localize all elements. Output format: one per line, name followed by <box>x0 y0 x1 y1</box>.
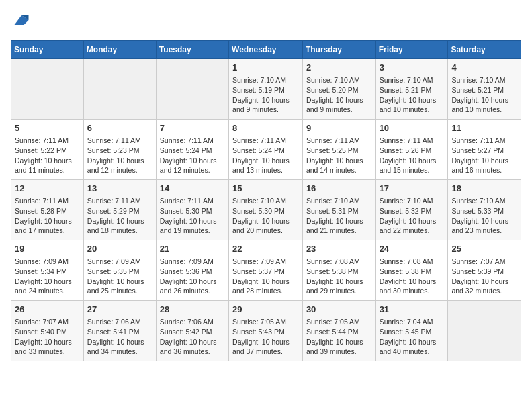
calendar-cell <box>11 59 84 120</box>
day-info: Sunset: 5:23 PM <box>87 146 152 156</box>
day-info: and 23 minutes. <box>451 226 517 236</box>
day-info: and 39 minutes. <box>306 347 372 357</box>
day-header-friday: Friday <box>375 41 448 59</box>
day-info: Sunrise: 7:06 AM <box>87 317 152 327</box>
day-info: and 15 minutes. <box>380 165 445 175</box>
calendar-cell: 13Sunrise: 7:11 AMSunset: 5:29 PMDayligh… <box>83 180 156 240</box>
day-info: Sunset: 5:24 PM <box>232 146 299 156</box>
day-info: Daylight: 10 hours <box>87 277 152 287</box>
calendar-cell: 25Sunrise: 7:07 AMSunset: 5:39 PMDayligh… <box>448 240 521 301</box>
day-info: Sunset: 5:27 PM <box>451 146 517 156</box>
day-info: and 25 minutes. <box>87 286 152 296</box>
day-info: Sunrise: 7:09 AM <box>87 257 152 267</box>
calendar-cell: 9Sunrise: 7:11 AMSunset: 5:25 PMDaylight… <box>302 120 375 180</box>
day-info: Daylight: 10 hours <box>451 95 517 105</box>
day-info: Sunrise: 7:07 AM <box>451 257 517 267</box>
day-info: Sunrise: 7:10 AM <box>451 196 517 206</box>
day-number: 24 <box>380 243 445 255</box>
day-info: and 28 minutes. <box>232 286 299 296</box>
day-info: Sunset: 5:42 PM <box>160 327 225 337</box>
day-info: Daylight: 10 hours <box>160 216 225 226</box>
calendar-cell: 22Sunrise: 7:09 AMSunset: 5:37 PMDayligh… <box>229 240 303 301</box>
day-info: Sunset: 5:32 PM <box>380 206 445 216</box>
calendar-cell: 28Sunrise: 7:06 AMSunset: 5:42 PMDayligh… <box>156 301 228 361</box>
day-info: Sunset: 5:19 PM <box>232 85 299 95</box>
calendar-cell: 17Sunrise: 7:10 AMSunset: 5:32 PMDayligh… <box>375 180 448 240</box>
day-number: 23 <box>306 243 372 255</box>
day-info: Daylight: 10 hours <box>306 95 372 105</box>
day-number: 15 <box>232 183 299 195</box>
day-info: Sunset: 5:45 PM <box>380 327 445 337</box>
calendar-cell: 15Sunrise: 7:10 AMSunset: 5:30 PMDayligh… <box>229 180 303 240</box>
day-info: and 20 minutes. <box>232 226 299 236</box>
day-info: Sunset: 5:41 PM <box>87 327 152 337</box>
day-number: 10 <box>380 122 445 134</box>
day-info: and 18 minutes. <box>87 226 152 236</box>
calendar-cell: 14Sunrise: 7:11 AMSunset: 5:30 PMDayligh… <box>156 180 228 240</box>
day-number: 14 <box>160 183 225 195</box>
day-info: Daylight: 10 hours <box>160 277 225 287</box>
day-info: Daylight: 10 hours <box>380 216 445 226</box>
day-info: Daylight: 10 hours <box>306 337 372 347</box>
day-info: and 22 minutes. <box>380 226 445 236</box>
day-info: Sunrise: 7:07 AM <box>15 317 80 327</box>
day-info: Sunrise: 7:11 AM <box>160 196 225 206</box>
day-info: Daylight: 10 hours <box>15 156 80 166</box>
calendar-cell: 26Sunrise: 7:07 AMSunset: 5:40 PMDayligh… <box>11 301 84 361</box>
day-info: Sunrise: 7:10 AM <box>380 75 445 85</box>
day-info: and 19 minutes. <box>160 226 225 236</box>
day-number: 17 <box>380 183 445 195</box>
day-info: Sunset: 5:22 PM <box>15 146 80 156</box>
day-info: and 11 minutes. <box>15 165 80 175</box>
day-info: Sunrise: 7:05 AM <box>306 317 372 327</box>
day-info: Sunset: 5:25 PM <box>306 146 372 156</box>
day-number: 21 <box>160 243 225 255</box>
day-info: Daylight: 10 hours <box>451 277 517 287</box>
day-info: Daylight: 10 hours <box>306 156 372 166</box>
day-info: Daylight: 10 hours <box>451 216 517 226</box>
day-info: and 14 minutes. <box>306 165 372 175</box>
day-number: 12 <box>15 183 80 195</box>
calendar-cell: 5Sunrise: 7:11 AMSunset: 5:22 PMDaylight… <box>11 120 84 180</box>
day-info: Daylight: 10 hours <box>232 277 299 287</box>
day-number: 26 <box>15 304 80 316</box>
day-info: Daylight: 10 hours <box>87 337 152 347</box>
day-info: Daylight: 10 hours <box>87 216 152 226</box>
week-row-5: 26Sunrise: 7:07 AMSunset: 5:40 PMDayligh… <box>11 301 521 361</box>
day-info: Sunrise: 7:11 AM <box>87 196 152 206</box>
calendar-cell: 6Sunrise: 7:11 AMSunset: 5:23 PMDaylight… <box>83 120 156 180</box>
day-info: Sunrise: 7:11 AM <box>87 136 152 146</box>
day-info: Sunrise: 7:08 AM <box>380 257 445 267</box>
day-info: Sunrise: 7:10 AM <box>232 75 299 85</box>
day-info: Sunset: 5:31 PM <box>306 206 372 216</box>
calendar-cell: 7Sunrise: 7:11 AMSunset: 5:24 PMDaylight… <box>156 120 228 180</box>
logo <box>11 11 31 32</box>
calendar-cell: 8Sunrise: 7:11 AMSunset: 5:24 PMDaylight… <box>229 120 303 180</box>
week-row-4: 19Sunrise: 7:09 AMSunset: 5:34 PMDayligh… <box>11 240 521 301</box>
day-number: 30 <box>306 304 372 316</box>
day-info: Daylight: 10 hours <box>15 216 80 226</box>
calendar-cell: 1Sunrise: 7:10 AMSunset: 5:19 PMDaylight… <box>229 59 303 120</box>
day-info: Sunrise: 7:10 AM <box>451 75 517 85</box>
day-info: and 36 minutes. <box>160 347 225 357</box>
day-number: 9 <box>306 122 372 134</box>
day-info: Sunrise: 7:10 AM <box>306 75 372 85</box>
day-info: Daylight: 10 hours <box>380 337 445 347</box>
day-number: 20 <box>87 243 152 255</box>
day-info: Daylight: 10 hours <box>451 156 517 166</box>
day-number: 28 <box>160 304 225 316</box>
day-number: 1 <box>232 62 299 74</box>
calendar-cell: 24Sunrise: 7:08 AMSunset: 5:38 PMDayligh… <box>375 240 448 301</box>
day-number: 5 <box>15 122 80 134</box>
day-info: Daylight: 10 hours <box>232 95 299 105</box>
day-number: 16 <box>306 183 372 195</box>
day-number: 3 <box>380 62 445 74</box>
week-row-2: 5Sunrise: 7:11 AMSunset: 5:22 PMDaylight… <box>11 120 521 180</box>
day-info: and 29 minutes. <box>306 286 372 296</box>
calendar-cell: 29Sunrise: 7:05 AMSunset: 5:43 PMDayligh… <box>229 301 303 361</box>
day-info: and 21 minutes. <box>306 226 372 236</box>
day-number: 29 <box>232 304 299 316</box>
day-info: Sunset: 5:33 PM <box>451 206 517 216</box>
calendar-cell <box>156 59 228 120</box>
day-info: Sunrise: 7:09 AM <box>15 257 80 267</box>
